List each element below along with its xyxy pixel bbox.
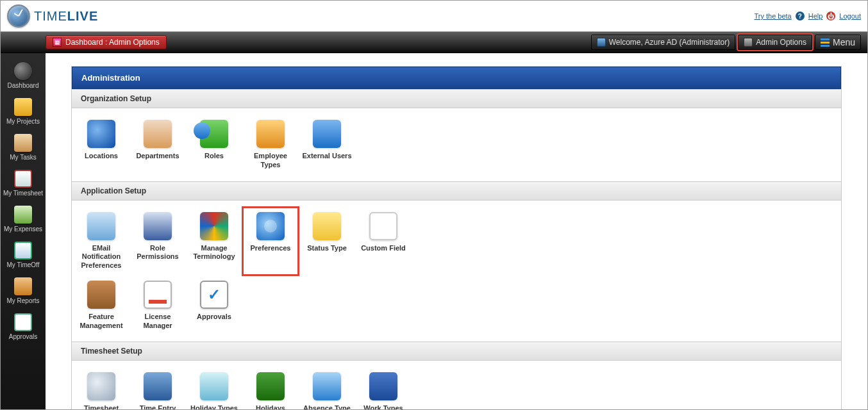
approvals-item[interactable]: Approvals [186, 275, 242, 336]
shield-icon [144, 212, 172, 240]
sidebar-item-expenses[interactable]: My Expenses [1, 202, 46, 238]
welcome-user-button[interactable]: Welcome, Azure AD (Administrator) [591, 35, 736, 50]
item-label: Preferences [244, 244, 297, 253]
sidebar-item-label: My Reports [1, 297, 46, 304]
sidebar-item-approvals[interactable]: Approvals [1, 309, 46, 345]
item-label: Departments [131, 152, 185, 161]
holiday-types-icon [200, 372, 228, 400]
folder-open-icon [87, 281, 115, 309]
sidebar-item-dashboard[interactable]: Dashboard [1, 58, 46, 94]
roles-item[interactable]: Roles [186, 115, 242, 175]
custom-field-item[interactable]: Custom Field [355, 207, 412, 275]
menu-text: Menu [833, 37, 855, 47]
sidebar-item-reports[interactable]: My Reports [1, 274, 46, 309]
palm-icon [256, 372, 285, 400]
section-ts-items: Timesheet Period Types Time Entry Archiv… [72, 361, 841, 409]
admin-options-button[interactable]: Admin Options [738, 35, 812, 50]
sidebar-item-timeoff[interactable]: My TimeOff [1, 238, 46, 274]
sidebar: Dashboard My Projects My Tasks My Timesh… [1, 53, 46, 409]
period-clock-icon [87, 372, 115, 400]
page-title: Administration [72, 67, 841, 89]
clock-icon [7, 4, 30, 28]
help-link[interactable]: Help [808, 12, 823, 20]
calendar-icon [14, 242, 32, 259]
logout-link[interactable]: Logout [839, 12, 861, 20]
role-permissions-item[interactable]: Role Permissions [129, 207, 186, 275]
breadcrumb[interactable]: ▦ Dashboard : Admin Options [46, 35, 167, 49]
try-beta-link[interactable]: Try the beta [754, 12, 791, 20]
content-area: Administration Organization Setup Locati… [46, 53, 867, 409]
globe-icon [87, 120, 115, 148]
manage-terminology-item[interactable]: Manage Terminology [186, 207, 242, 275]
external-users-item[interactable]: External Users [299, 115, 355, 175]
breadcrumb-text: Dashboard : Admin Options [65, 38, 160, 47]
email-notification-item[interactable]: EMail Notification Preferences [73, 207, 129, 275]
item-label: Approvals [187, 313, 241, 322]
sidebar-item-tasks[interactable]: My Tasks [1, 130, 46, 166]
item-label: License Manager [131, 313, 185, 331]
users-icon [200, 120, 228, 148]
admin-icon [744, 38, 753, 47]
sidebar-item-projects[interactable]: My Projects [1, 94, 46, 130]
logo-text: TIMELIVE [34, 9, 98, 24]
dashboard-icon: ▦ [53, 38, 62, 47]
holidays-item[interactable]: Holidays [242, 367, 299, 409]
welcome-text: Welcome, Azure AD (Administrator) [609, 38, 730, 47]
item-label: Custom Field [356, 244, 410, 253]
work-types-item[interactable]: Work Types [355, 367, 412, 409]
gauge-icon [14, 62, 32, 80]
person-icon [256, 120, 285, 148]
sidebar-item-label: My TimeOff [1, 261, 46, 268]
topbar-right: Welcome, Azure AD (Administrator) Admin … [591, 35, 861, 50]
chart-icon [369, 212, 397, 240]
item-label: Holidays [244, 404, 297, 409]
logout-icon[interactable]: ⏻ [826, 12, 835, 20]
preferences-item[interactable]: Preferences [242, 207, 299, 275]
folder-icon [14, 98, 32, 116]
report-icon [14, 277, 32, 295]
menu-button[interactable]: Menu [815, 35, 861, 50]
admin-panel: Administration Organization Setup Locati… [71, 66, 842, 409]
departments-item[interactable]: Departments [129, 115, 186, 175]
item-label: Status Type [300, 244, 354, 253]
item-label: Holiday Types [187, 404, 241, 409]
item-label: Absence Type [300, 404, 354, 409]
section-org-header: Organization Setup [72, 89, 841, 108]
sidebar-item-label: My Expenses [1, 226, 46, 233]
admin-options-text: Admin Options [756, 38, 806, 47]
sidebar-item-label: Dashboard [1, 82, 46, 89]
item-label: Employee Types [244, 152, 297, 170]
license-manager-item[interactable]: License Manager [129, 275, 186, 336]
holiday-types-item[interactable]: Holiday Types [186, 367, 242, 409]
absence-type-item[interactable]: Absence Type [299, 367, 355, 409]
item-label: Role Permissions [131, 244, 185, 262]
clipboard-icon [14, 134, 32, 152]
logo[interactable]: TIMELIVE [7, 4, 98, 28]
house-icon [144, 120, 172, 148]
external-user-icon [313, 120, 341, 148]
item-label: External Users [300, 152, 354, 161]
help-icon[interactable]: ? [796, 12, 805, 20]
sidebar-item-label: Approvals [1, 333, 46, 340]
time-entry-archive-item[interactable]: Time Entry Archive [129, 367, 186, 409]
topbar: ▦ Dashboard : Admin Options Welcome, Azu… [1, 31, 867, 53]
puzzle-icon [369, 372, 397, 400]
locations-item[interactable]: Locations [73, 115, 129, 175]
gear-icon [256, 212, 285, 240]
item-label: EMail Notification Preferences [74, 244, 128, 270]
calendar-clock-icon [14, 170, 32, 188]
item-label: Feature Management [74, 313, 128, 331]
user-icon [597, 38, 606, 47]
item-label: Locations [74, 152, 128, 161]
license-icon [144, 281, 172, 309]
timesheet-period-types-item[interactable]: Timesheet Period Types [73, 367, 129, 409]
sidebar-item-timesheet[interactable]: My Timesheet [1, 166, 46, 202]
status-type-item[interactable]: Status Type [299, 207, 355, 275]
mail-icon [87, 212, 115, 240]
check-icon [200, 281, 228, 309]
header-links: Try the beta ? Help ⏻ Logout [754, 12, 861, 20]
employee-types-item[interactable]: Employee Types [242, 115, 299, 175]
approve-icon [14, 313, 32, 331]
app-header: TIMELIVE Try the beta ? Help ⏻ Logout [1, 1, 867, 31]
feature-management-item[interactable]: Feature Management [73, 275, 129, 336]
